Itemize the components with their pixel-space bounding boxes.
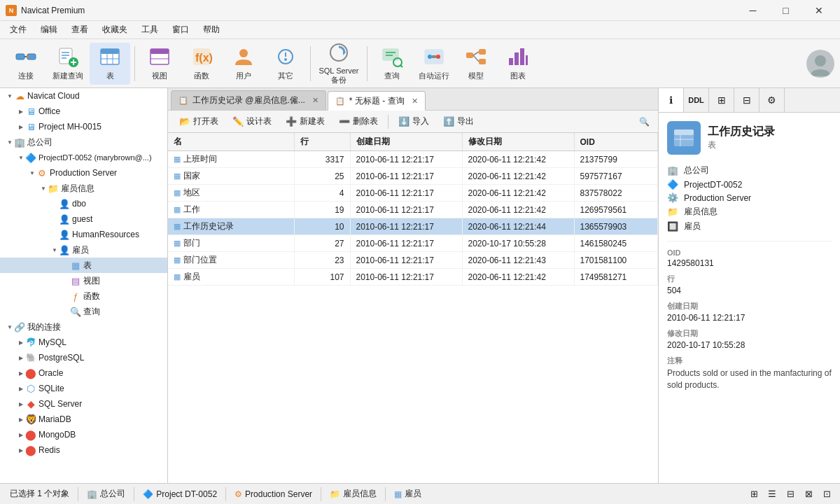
- sidebar-item-query[interactable]: ▶ 🔍 查询: [0, 304, 167, 319]
- sidebar-item-oracle[interactable]: ▶ ⬤ Oracle: [0, 365, 167, 381]
- rp-created-section: 创建日期 2010-06-11 12:21:17: [667, 301, 832, 323]
- new-query-button[interactable]: 新建查询: [48, 43, 88, 85]
- status-table[interactable]: ▦ 雇员: [390, 488, 426, 500]
- autorun-button[interactable]: 自动运行: [414, 43, 454, 85]
- menu-item-帮助[interactable]: 帮助: [196, 21, 227, 38]
- minimize-button[interactable]: ─: [737, 0, 769, 21]
- sidebar-item-guest[interactable]: ▶ 👤 guest: [0, 211, 167, 227]
- view-grid-button[interactable]: ⊞: [746, 486, 762, 502]
- rp-tab-preview1[interactable]: ⊞: [709, 88, 734, 112]
- query-button[interactable]: 查询: [372, 43, 412, 85]
- sidebar-item-employee[interactable]: ▼ 👤 雇员: [0, 242, 167, 258]
- svg-rect-0: [16, 54, 24, 59]
- chart-icon: [507, 46, 529, 68]
- rp-modified-value: 2020-10-17 10:55:28: [667, 340, 832, 350]
- cell-modified: 2020-06-11 12:21:42: [462, 151, 574, 168]
- sidebar-item-view[interactable]: ▶ ▤ 视图: [0, 273, 167, 288]
- table-tree-label: 表: [83, 260, 92, 272]
- table-row[interactable]: ▦上班时间33172010-06-11 12:21:172020-06-11 1…: [168, 151, 658, 168]
- sidebar-item-office[interactable]: ▶ 🖥 Office: [0, 104, 167, 119]
- view-small-button[interactable]: ⊡: [819, 486, 834, 502]
- view-detail-button[interactable]: ⊟: [783, 486, 798, 502]
- new-table-button[interactable]: ➕ 新建表: [280, 113, 330, 130]
- menu-item-收藏夹[interactable]: 收藏夹: [95, 21, 134, 38]
- rp-tab-ddl[interactable]: DDL: [684, 88, 709, 112]
- sidebar-item-func[interactable]: ▶ ƒ 函数: [0, 288, 167, 304]
- sidebar-item-employee-info[interactable]: ▼ 📁 雇员信息: [0, 181, 167, 196]
- table-row[interactable]: ▦雇员1072010-06-11 12:21:172020-06-11 12:2…: [168, 269, 658, 286]
- backup-button[interactable]: SQL Server 备份: [315, 43, 363, 85]
- view-button[interactable]: 视图: [139, 43, 180, 85]
- sidebar-item-projectdt[interactable]: ▼ 🔷 ProjectDT-0052 (marybrown@...): [0, 150, 167, 165]
- maximize-button[interactable]: □: [770, 0, 802, 21]
- sidebar-item-company[interactable]: ▼ 🏢 总公司: [0, 134, 167, 150]
- content-area: 📋 工作历史记录 @雇员信息.僱... ✕ 📋 * 无标题 - 查询 ✕ 📂 打…: [168, 88, 658, 483]
- menu-item-查看[interactable]: 查看: [64, 21, 95, 38]
- menu-item-编辑[interactable]: 编辑: [34, 21, 64, 38]
- rp-tab-preview2[interactable]: ⊟: [734, 88, 760, 112]
- menu-item-工具[interactable]: 工具: [134, 21, 165, 38]
- status-company[interactable]: 🏢 总公司: [83, 488, 130, 500]
- menu-item-文件[interactable]: 文件: [3, 21, 34, 38]
- sidebar-item-redis[interactable]: ▶ ⬤ Redis: [0, 442, 167, 458]
- rp-tab-info[interactable]: ℹ: [659, 88, 684, 112]
- company-arrow: ▼: [6, 138, 14, 146]
- search-button[interactable]: 🔍: [636, 113, 652, 130]
- statusbar: 已选择 1 个对象 🏢 总公司 🔷 Project DT-0052 ⚙ Prod…: [0, 483, 840, 504]
- cell-created: 2010-06-11 12:21:17: [350, 235, 462, 252]
- import-button[interactable]: ⬇️ 导入: [393, 113, 435, 130]
- table-row[interactable]: ▦地区42010-06-11 12:21:172020-06-11 12:21:…: [168, 185, 658, 202]
- oracle-icon: ⬤: [25, 368, 36, 379]
- projectdt-icon: 🔷: [25, 152, 36, 163]
- sidebar-item-mariadb[interactable]: ▶ 🦁 MariaDB: [0, 412, 167, 427]
- sidebar-item-table[interactable]: ▶ ▦ 表: [0, 258, 167, 273]
- table-row[interactable]: ▦工作192010-06-11 12:21:172020-06-11 12:21…: [168, 202, 658, 218]
- user-button[interactable]: 用户: [223, 43, 264, 85]
- table-row[interactable]: ▦工作历史记录102010-06-11 12:21:172020-06-11 1…: [168, 218, 658, 235]
- connect-button[interactable]: 连接: [6, 43, 46, 85]
- sidebar-item-mysql[interactable]: ▶ 🐬 MySQL: [0, 335, 167, 350]
- tab-query[interactable]: 📋 * 无标题 - 查询 ✕: [328, 91, 426, 111]
- status-project[interactable]: 🔷 Project DT-0052: [139, 489, 221, 499]
- mongodb-label: MongoDB: [38, 430, 76, 440]
- rp-title: 工作历史记录: [708, 125, 775, 139]
- sidebar-item-sqlserver[interactable]: ▶ ◆ SQL Server: [0, 396, 167, 412]
- tab-query-close[interactable]: ✕: [412, 97, 418, 106]
- delete-table-button[interactable]: ➖ 删除表: [333, 113, 384, 130]
- open-table-button[interactable]: 📂 打开表: [174, 113, 224, 130]
- other-button[interactable]: 其它: [265, 43, 306, 85]
- chart-button[interactable]: 图表: [498, 43, 538, 85]
- mongodb-arrow: ▶: [17, 430, 25, 439]
- sidebar-item-sqlite[interactable]: ▶ ⬡ SQLite: [0, 381, 167, 396]
- status-db[interactable]: 📁 雇员信息: [326, 488, 381, 500]
- table-row[interactable]: ▦部门272010-06-11 12:21:172020-10-17 10:55…: [168, 235, 658, 252]
- close-button[interactable]: ✕: [803, 0, 834, 21]
- sidebar-item-humanresources[interactable]: ▶ 👤 HumanResources: [0, 227, 167, 242]
- row-icon: ▦: [174, 172, 181, 180]
- menu-item-窗口[interactable]: 窗口: [165, 21, 196, 38]
- employee-info-icon: 📁: [48, 183, 59, 194]
- cell-rows: 23: [294, 252, 350, 269]
- user-avatar[interactable]: [806, 50, 834, 78]
- model-button[interactable]: 模型: [456, 43, 496, 85]
- sidebar-item-project-mh[interactable]: ▶ 🖥 Project MH-0015: [0, 119, 167, 134]
- sidebar-item-mongodb[interactable]: ▶ ⬤ MongoDB: [0, 427, 167, 442]
- table-button[interactable]: 表: [90, 43, 130, 85]
- func-button[interactable]: f(x) 函数: [181, 43, 222, 85]
- design-table-button[interactable]: ✏️ 设计表: [227, 113, 277, 130]
- tab-history-close[interactable]: ✕: [312, 96, 318, 105]
- tab-history[interactable]: 📋 工作历史记录 @雇员信息.僱... ✕: [171, 90, 326, 110]
- sidebar-item-postgresql[interactable]: ▶ 🐘 PostgreSQL: [0, 350, 167, 365]
- sidebar-item-my-conn[interactable]: ▼ 🔗 我的连接: [0, 319, 167, 335]
- view-list-button[interactable]: ☰: [764, 486, 780, 502]
- sidebar-item-dbo[interactable]: ▶ 👤 dbo: [0, 196, 167, 211]
- status-server[interactable]: ⚙ Production Server: [230, 489, 316, 499]
- table-row[interactable]: ▦部门位置232010-06-11 12:21:172020-06-11 12:…: [168, 252, 658, 269]
- sidebar-item-prod-server[interactable]: ▼ ⚙ Production Server: [0, 165, 167, 181]
- table-row[interactable]: ▦国家252010-06-11 12:21:172020-06-11 12:21…: [168, 168, 658, 185]
- export-button[interactable]: ⬆️ 导出: [438, 113, 479, 130]
- sidebar-item-navicat-cloud[interactable]: ▼ ☁ Navicat Cloud: [0, 88, 167, 104]
- mariadb-icon: 🦁: [25, 414, 36, 425]
- view-large-button[interactable]: ⊠: [801, 486, 816, 502]
- rp-tab-settings[interactable]: ⚙: [760, 88, 785, 112]
